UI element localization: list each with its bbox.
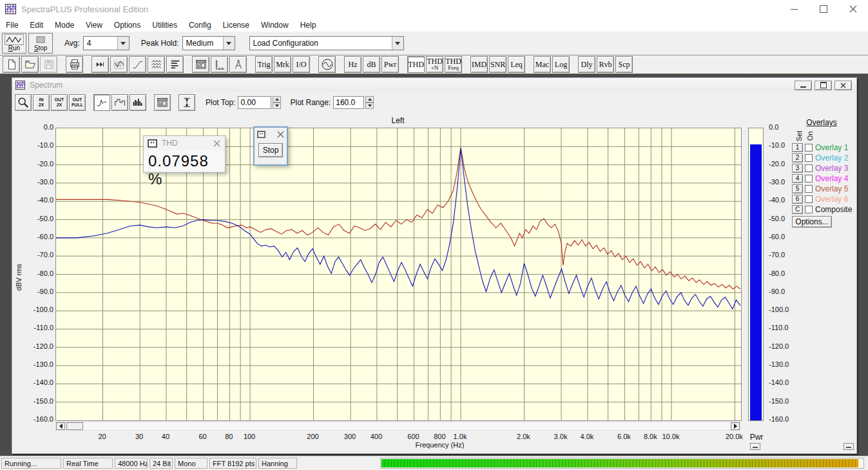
avg-dropdown-icon[interactable] (117, 37, 129, 50)
y-axis-tick-label: -70.0 (17, 251, 53, 259)
menu-item-options[interactable]: Options (108, 19, 146, 32)
stop-window-button[interactable]: Stop (258, 143, 283, 157)
plot-top-input[interactable] (238, 96, 271, 109)
minimize-icon[interactable] (779, 0, 809, 18)
maximize-icon[interactable] (809, 0, 838, 18)
save-button[interactable] (40, 56, 57, 73)
menu-item-file[interactable]: File (0, 19, 24, 32)
ruler-button[interactable] (211, 56, 228, 73)
chart-channel-title: Left (55, 116, 740, 125)
mac-button[interactable]: Mac (534, 56, 551, 73)
compass-tool-button[interactable] (229, 56, 247, 73)
menu-item-license[interactable]: License (217, 19, 255, 32)
stop-title-bar[interactable] (255, 128, 287, 141)
overlay-checkbox-3[interactable] (805, 164, 813, 172)
thd-title-bar[interactable]: THD (144, 136, 225, 150)
spinner-down-icon[interactable] (273, 103, 281, 109)
settings-dialog-button[interactable] (192, 56, 209, 73)
rvb-button[interactable]: Rvb (597, 56, 614, 73)
overlay-checkbox-c[interactable] (805, 206, 813, 213)
pwr-pane-minimize-grip[interactable] (750, 443, 760, 450)
spectrum-minimize-icon[interactable] (795, 81, 812, 90)
fast-forward-button[interactable] (92, 56, 109, 73)
phase-button[interactable] (129, 56, 146, 73)
pwr-button[interactable]: Pwr (381, 56, 399, 73)
log-button[interactable]: Log (552, 56, 570, 73)
thdn-button[interactable]: THD+N (426, 56, 443, 73)
zoom-out-2x-button[interactable]: OUT2X (51, 94, 68, 111)
peak-hold-select[interactable]: Medium (182, 36, 235, 50)
spectrum-close-icon[interactable] (834, 81, 852, 90)
sine-generator-button[interactable] (318, 56, 336, 73)
snr-button[interactable]: SNR (489, 56, 506, 73)
overlay-pane-minimize-grip[interactable] (844, 443, 854, 450)
avg-select[interactable]: 4 (83, 36, 130, 50)
magnifier-button[interactable] (15, 94, 32, 111)
overlay-checkbox-1[interactable] (805, 144, 813, 152)
db-button[interactable]: dB (363, 56, 380, 73)
imd-button[interactable]: IMD (470, 56, 488, 73)
scroll-left-icon[interactable] (56, 422, 65, 430)
bar-plot-button[interactable] (130, 94, 146, 111)
pwr-axis-tick-label: -10.0 (769, 141, 801, 149)
thdfreq-button[interactable]: THDFreq (445, 56, 462, 73)
save-icon (43, 59, 55, 70)
new-document-button[interactable] (3, 56, 20, 73)
spectrogram-button[interactable] (166, 56, 184, 73)
run-button[interactable]: Run (2, 33, 26, 54)
trig-button[interactable]: Trig (255, 56, 273, 73)
vertical-scale-button[interactable] (178, 94, 195, 111)
scroll-thumb[interactable] (66, 422, 83, 430)
load-configuration-dropdown-icon[interactable] (392, 37, 403, 50)
x-axis-scrollbar[interactable] (55, 422, 740, 431)
overlay-checkbox-2[interactable] (805, 154, 813, 162)
hz-button[interactable]: Hz (344, 56, 362, 73)
dly-button[interactable]: Dly (578, 56, 595, 73)
load-configuration-select[interactable]: Load Configuration (249, 36, 404, 50)
peak-hold-dropdown-icon[interactable] (223, 37, 235, 50)
plot-top-spinner[interactable] (273, 96, 281, 109)
overlay-label: Overlay 6 (815, 195, 848, 204)
overlay-set-button-c[interactable]: C (792, 205, 803, 214)
menu-item-edit[interactable]: Edit (24, 19, 49, 32)
spectrum-title-bar[interactable]: Spectrum (12, 78, 856, 92)
menu-item-config[interactable]: Config (183, 19, 217, 32)
line-plot-button[interactable] (93, 94, 110, 111)
zoom-in-2x-button[interactable]: IN2X (33, 94, 50, 111)
plot-range-spinner[interactable] (365, 96, 374, 109)
spectrum-restore-icon[interactable] (815, 81, 832, 90)
menu-item-help[interactable]: Help (294, 19, 322, 32)
step-plot-button[interactable] (111, 94, 128, 111)
spinner-up-icon[interactable] (365, 96, 374, 103)
stop-button[interactable]: Stop (28, 33, 53, 54)
overlay-checkbox-4[interactable] (805, 175, 813, 182)
menu-item-mode[interactable]: Mode (49, 19, 80, 32)
scroll-right-icon[interactable] (731, 422, 740, 430)
time-series-button[interactable] (110, 56, 128, 73)
menu-item-view[interactable]: View (80, 19, 108, 32)
overlay-checkbox-5[interactable] (805, 185, 813, 193)
spinner-down-icon[interactable] (365, 103, 374, 109)
open-folder-button[interactable] (21, 56, 39, 73)
settings-dialog-icon (195, 59, 207, 70)
thd-close-icon[interactable] (213, 140, 220, 147)
waterfall-button[interactable] (148, 56, 165, 73)
thd-button[interactable]: THD (407, 56, 425, 73)
mrk-button[interactable]: Mrk (274, 56, 291, 73)
print-button[interactable] (66, 56, 83, 73)
scp-button[interactable]: Scp (615, 56, 633, 73)
plot-settings-button[interactable] (154, 94, 171, 111)
io-button[interactable]: I/O (293, 56, 310, 73)
x-axis-tick-label: 2.0k (508, 433, 539, 440)
zoom-out-full-button[interactable]: OUTFULL (69, 94, 86, 111)
pwr-axis-tick-label: -160.0 (769, 415, 801, 423)
stop-close-icon[interactable] (277, 131, 284, 138)
plot-range-input[interactable] (333, 96, 364, 109)
leq-button[interactable]: Leq (508, 56, 525, 73)
menu-bar: FileEditModeViewOptionsUtilitiesConfigLi… (0, 18, 868, 32)
menu-item-utilities[interactable]: Utilities (146, 19, 183, 32)
menu-item-window[interactable]: Window (255, 19, 294, 32)
overlay-checkbox-6[interactable] (805, 195, 813, 203)
spinner-up-icon[interactable] (273, 96, 281, 103)
close-icon[interactable] (838, 0, 868, 18)
